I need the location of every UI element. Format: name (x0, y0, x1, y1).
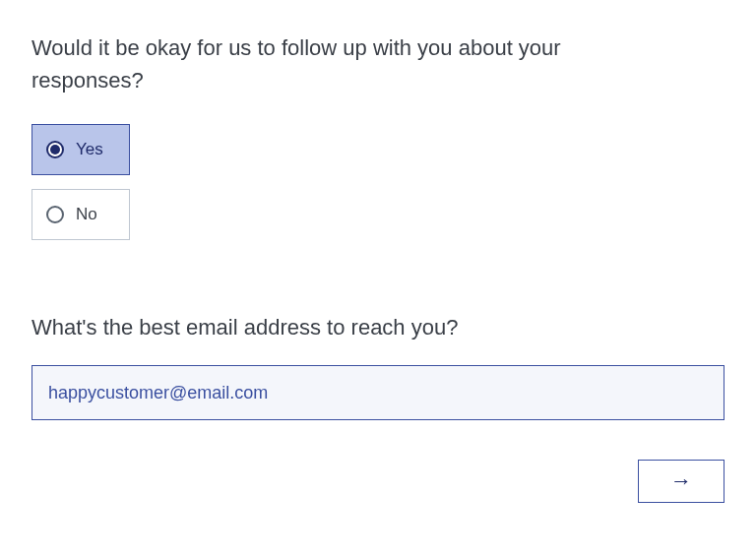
radio-label-yes: Yes (76, 140, 103, 159)
radio-option-no[interactable]: No (32, 189, 130, 240)
question-followup: Would it be okay for us to follow up wit… (32, 31, 662, 96)
radio-group-followup: Yes No (32, 124, 724, 240)
next-button[interactable]: → (638, 460, 724, 503)
question-email: What's the best email address to reach y… (32, 311, 662, 343)
radio-icon (46, 141, 64, 158)
radio-option-yes[interactable]: Yes (32, 124, 130, 175)
radio-label-no: No (76, 205, 97, 224)
email-field[interactable] (32, 365, 724, 420)
footer: → (32, 460, 724, 503)
arrow-right-icon: → (670, 468, 692, 494)
radio-icon (46, 206, 64, 223)
